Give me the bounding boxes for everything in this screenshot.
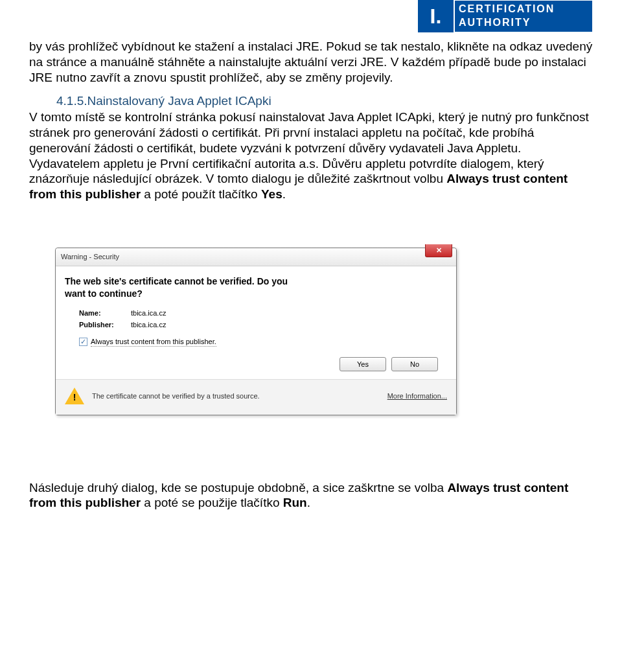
dialog-footer: The certificate cannot be verified by a … <box>56 379 456 415</box>
name-value: tbica.ica.cz <box>131 309 166 317</box>
bottom-d: Run <box>283 496 307 509</box>
publisher-value: tbica.ica.cz <box>131 321 166 329</box>
bottom-e: . <box>307 496 310 509</box>
publisher-label: Publisher: <box>79 321 131 329</box>
bottom-c: a poté se použije tlačítko <box>141 496 283 509</box>
more-information-link[interactable]: More Information... <box>387 392 447 400</box>
name-row: Name: tbica.ica.cz <box>65 309 447 317</box>
para2-e: . <box>282 187 286 201</box>
warning-icon <box>65 386 84 406</box>
section-paragraph: V tomto místě se kontrolní stránka pokus… <box>29 110 593 202</box>
name-label: Name: <box>79 309 131 317</box>
button-row: Yes No <box>65 347 447 379</box>
section-title-text: Nainstalovaný Java Applet ICApki <box>87 94 271 108</box>
dialog-heading-line1: The web site's certificate cannot be ver… <box>65 275 447 288</box>
section-heading: 4.1.5.Nainstalovaný Java Applet ICApki <box>29 94 593 108</box>
para2-d: Yes <box>261 187 282 201</box>
dialog-body: The web site's certificate cannot be ver… <box>56 266 456 379</box>
close-button[interactable]: ✕ <box>425 244 452 257</box>
logo-mark: I. <box>418 0 454 32</box>
followup-paragraph: Následuje druhý dialog, kde se postupuje… <box>29 480 593 511</box>
dialog-title: Warning - Security <box>61 253 119 261</box>
logo-text: CERTIFICATION AUTHORITY <box>454 0 593 32</box>
always-trust-row: ✓ Always trust content from this publish… <box>65 338 447 347</box>
dialog-heading-line2: want to continue? <box>65 288 447 300</box>
dialog-titlebar: Warning - Security ✕ <box>56 248 456 266</box>
yes-button[interactable]: Yes <box>340 357 386 371</box>
close-icon: ✕ <box>436 246 442 255</box>
logo-line2: AUTHORITY <box>459 16 592 30</box>
security-dialog: Warning - Security ✕ The web site's cert… <box>55 248 457 415</box>
brand-logo: I. CERTIFICATION AUTHORITY <box>418 0 593 32</box>
publisher-row: Publisher: tbica.ica.cz <box>65 321 447 329</box>
logo-line1: CERTIFICATION <box>459 3 592 16</box>
section-number: 4.1.5. <box>56 94 87 108</box>
para2-c: a poté použít tlačítko <box>141 187 261 201</box>
always-trust-label: Always trust content from this publisher… <box>91 338 216 347</box>
bottom-a: Následuje druhý dialog, kde se postupuje… <box>29 481 447 494</box>
security-dialog-screenshot: Warning - Security ✕ The web site's cert… <box>55 248 593 415</box>
always-trust-checkbox[interactable]: ✓ <box>79 338 87 346</box>
footer-text: The certificate cannot be verified by a … <box>92 392 380 400</box>
no-button[interactable]: No <box>391 357 438 371</box>
dialog-heading: The web site's certificate cannot be ver… <box>65 275 447 300</box>
